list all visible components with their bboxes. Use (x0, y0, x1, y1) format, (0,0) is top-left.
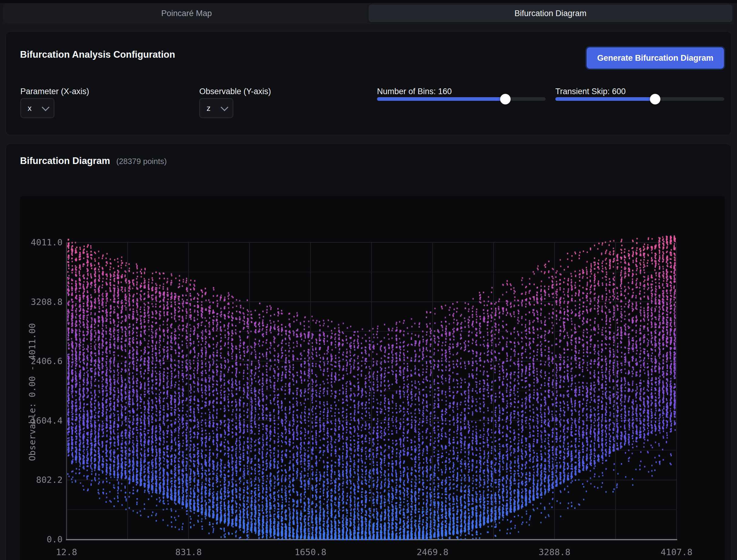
tab-bifurcation-diagram-label: Bifurcation Diagram (514, 9, 586, 18)
x-tick-label: 3288.8 (539, 547, 571, 557)
x-tick-label: 2469.8 (417, 547, 449, 557)
y-tick-label: 4011.0 (20, 237, 63, 247)
parameter-select[interactable]: x (20, 98, 54, 118)
y-tick-label: 0.0 (20, 534, 63, 544)
transient-slider-label: Transient Skip: 600 (555, 87, 626, 96)
parameter-select-value: x (28, 104, 32, 113)
generate-bifurcation-button[interactable]: Generate Bifurcation Diagram (587, 47, 724, 69)
observable-label: Observable (Y-axis) (199, 87, 271, 96)
x-tick-label: 1650.8 (295, 547, 326, 557)
x-tick-label: 831.8 (175, 547, 202, 557)
config-title: Bifurcation Analysis Configuration (20, 49, 175, 60)
top-strip (0, 0, 737, 3)
bifurcation-config-card: Bifurcation Analysis Configuration Gener… (5, 31, 732, 135)
y-tick-label: 1604.4 (20, 416, 63, 425)
x-tick-label: 12.8 (56, 547, 77, 557)
bins-slider-fill (377, 97, 505, 101)
transient-slider-track[interactable] (555, 97, 724, 101)
x-tick-label: 4107.8 (661, 547, 693, 557)
bifurcation-scatter-canvas (20, 196, 725, 560)
y-axis-title: Observable: 0.00 - 4011.00 (27, 323, 37, 461)
y-tick-label: 3208.8 (20, 297, 63, 307)
y-tick-label: 802.2 (20, 475, 63, 485)
bifurcation-chart-card: Bifurcation Diagram (28379 points) Obser… (5, 144, 732, 560)
bins-slider-track[interactable] (377, 97, 546, 101)
chevron-down-icon (220, 103, 228, 111)
tab-bifurcation-diagram[interactable]: Bifurcation Diagram (368, 5, 732, 22)
chart-title: Bifurcation Diagram (20, 155, 110, 166)
plot-panel: Observable: 0.00 - 4011.00 4011.03208.82… (20, 196, 725, 560)
chart-title-row: Bifurcation Diagram (28379 points) (20, 155, 167, 166)
chevron-down-icon (42, 103, 49, 111)
chart-points-caption: (28379 points) (116, 157, 167, 166)
observable-select[interactable]: z (199, 98, 233, 118)
app-screen: Poincaré Map Bifurcation Diagram Bifurca… (0, 0, 737, 560)
tab-poincare-map[interactable]: Poincaré Map (5, 5, 368, 22)
bins-slider-thumb[interactable] (500, 94, 511, 104)
tab-poincare-map-label: Poincaré Map (161, 9, 212, 18)
tab-bar: Poincaré Map Bifurcation Diagram (3, 3, 734, 24)
transient-slider-fill (555, 97, 655, 101)
bins-slider-label: Number of Bins: 160 (377, 87, 452, 96)
transient-slider-thumb[interactable] (650, 94, 660, 104)
parameter-label: Parameter (X-axis) (20, 87, 89, 96)
observable-select-value: z (206, 104, 210, 113)
y-tick-label: 2406.6 (20, 356, 63, 366)
